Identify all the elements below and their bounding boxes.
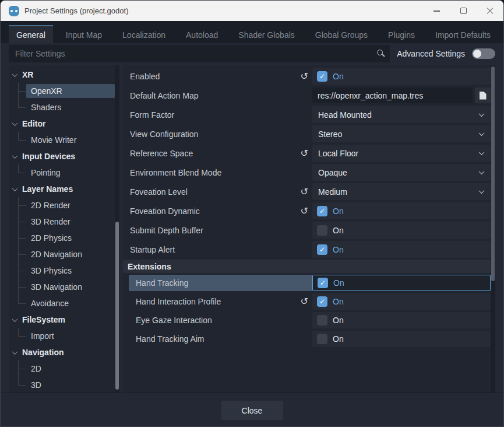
checkbox-hand-tracking-aim[interactable] [317,334,327,344]
setting-value-cell: On [312,202,491,219]
settings-scrollbar[interactable] [491,65,495,393]
sidebar-item-label: OpenXR [26,84,115,98]
chevron-down-icon [12,71,18,77]
tab-autoload[interactable]: Autoload [178,25,225,43]
sidebar-item-2d[interactable]: 2D [9,360,115,377]
sidebar-category-xr[interactable]: XR [9,66,115,83]
checkbox-hand-interaction-profile[interactable] [317,296,327,307]
setting-label-cell[interactable]: Enabled [123,66,312,86]
close-window-button[interactable] [477,1,503,21]
setting-label-cell[interactable]: Reference Space [123,144,312,163]
tab-input-map[interactable]: Input Map [58,25,110,43]
setting-label-cell[interactable]: Default Action Map [123,86,312,105]
setting-row-foveation-level: Foveation LevelMedium [123,182,491,201]
sidebar-category-filesystem[interactable]: FileSystem [9,312,115,328]
sidebar-item-3d-physics[interactable]: 3D Physics [9,262,115,279]
dropdown-form-factor[interactable]: Head Mounted [312,106,491,123]
checkbox-submit-depth-buffer[interactable] [317,225,327,236]
revert-icon[interactable] [301,206,308,216]
checkbox-enabled[interactable] [317,71,327,82]
sidebar-item-3d-navigation[interactable]: 3D Navigation [9,279,115,295]
sidebar-category-layer-names[interactable]: Layer Names [9,181,115,197]
project-settings-window: Project Settings (project.godot) General… [0,0,504,427]
setting-label-cell[interactable]: Form Factor [123,105,312,124]
sidebar-category-input-devices[interactable]: Input Devices [9,148,115,164]
setting-label: Form Factor [130,110,174,120]
setting-label-cell[interactable]: View Configuration [123,124,312,144]
setting-label-cell[interactable]: Foveation Dynamic [123,201,312,220]
dialog-footer: Close [1,393,503,426]
dropdown-environment-blend-mode[interactable]: Opaque [312,164,491,181]
dropdown-view-configuration[interactable]: Stereo [312,125,491,142]
maximize-button[interactable] [450,1,477,21]
sidebar-scrollbar-thumb[interactable] [115,222,119,390]
checkbox-state-label: On [333,226,344,235]
sidebar-item-3d-render[interactable]: 3D Render [9,214,115,230]
sidebar-item-3d[interactable]: 3D [9,377,115,393]
minimize-button[interactable] [423,1,450,21]
checkbox-foveation-dynamic[interactable] [317,206,327,216]
checkbox-hand-tracking[interactable] [318,278,328,288]
tab-general[interactable]: General [9,25,53,43]
setting-label-cell[interactable]: Environment Blend Mode [123,163,312,182]
file-icon [480,92,487,100]
tab-plugins[interactable]: Plugins [380,25,422,43]
minimize-icon [433,10,440,12]
filter-settings-input[interactable] [9,45,390,62]
tab-import-defaults[interactable]: Import Defaults [428,25,498,43]
maximize-icon [460,8,467,14]
setting-label-cell[interactable]: Eye Gaze Interaction [129,311,312,330]
sidebar-item-shaders[interactable]: Shaders [9,99,115,116]
sidebar-category-navigation[interactable]: Navigation [9,344,115,360]
sidebar-item-label: 3D Navigation [26,280,115,294]
sidebar-item-2d-navigation[interactable]: 2D Navigation [9,246,115,262]
setting-label-cell[interactable]: Hand Tracking [129,275,312,291]
setting-value-cell: On [312,222,491,239]
sidebar-item-2d-physics[interactable]: 2D Physics [9,230,115,246]
checkbox-eye-gaze-interaction[interactable] [317,315,327,326]
chevron-down-icon [12,316,18,322]
setting-row-form-factor: Form FactorHead Mounted [123,105,491,124]
settings-sidebar: XROpenXRShadersEditorMovie WriterInput D… [9,65,119,393]
setting-row-submit-depth-buffer: Submit Depth BufferOn [123,220,491,240]
revert-icon[interactable] [301,187,308,197]
sidebar-item-openxr[interactable]: OpenXR [9,83,115,99]
revert-icon[interactable] [301,149,308,158]
sidebar-item-2d-render[interactable]: 2D Render [9,197,115,214]
checkbox-state-label: On [333,72,344,81]
dropdown-foveation-level[interactable]: Medium [312,183,491,200]
setting-label-cell[interactable]: Startup Alert [123,240,312,259]
setting-row-hand-interaction-profile: Hand Interaction ProfileOn [123,292,491,311]
setting-row-eye-gaze-interaction: Eye Gaze InteractionOn [123,311,491,330]
setting-row-environment-blend-mode: Environment Blend ModeOpaque [123,163,491,182]
close-button[interactable]: Close [221,401,283,420]
setting-label-cell[interactable]: Hand Interaction Profile [129,292,312,311]
tab-shader-globals[interactable]: Shader Globals [231,25,302,43]
sidebar-scrollbar[interactable] [115,65,119,393]
sidebar-item-pointing[interactable]: Pointing [9,164,115,181]
chevron-down-icon [12,186,18,191]
checkbox-startup-alert[interactable] [317,244,327,255]
sidebar-item-import[interactable]: Import [9,328,115,344]
toggle-knob [473,50,481,58]
window-title: Project Settings (project.godot) [24,6,423,15]
dropdown-value: Head Mounted [318,110,372,120]
setting-label-cell[interactable]: Submit Depth Buffer [123,220,312,240]
revert-icon[interactable] [301,72,308,81]
sidebar-item-movie-writer[interactable]: Movie Writer [9,132,115,148]
category-label: Navigation [22,348,64,357]
load-file-button[interactable] [475,88,491,103]
setting-row-foveation-dynamic: Foveation DynamicOn [123,201,491,220]
settings-scrollbar-thumb[interactable] [491,66,495,281]
tab-localization[interactable]: Localization [115,25,173,43]
sidebar-item-avoidance[interactable]: Avoidance [9,295,115,312]
sidebar-category-editor[interactable]: Editor [9,116,115,132]
setting-label: View Configuration [130,130,198,139]
revert-icon[interactable] [301,297,308,306]
text-input-default-action-map[interactable] [312,88,473,103]
setting-label-cell[interactable]: Hand Tracking Aim [129,330,312,348]
tab-global-groups[interactable]: Global Groups [308,25,375,43]
setting-label-cell[interactable]: Foveation Level [123,182,312,201]
advanced-settings-toggle[interactable] [472,48,495,59]
dropdown-reference-space[interactable]: Local Floor [312,145,491,162]
